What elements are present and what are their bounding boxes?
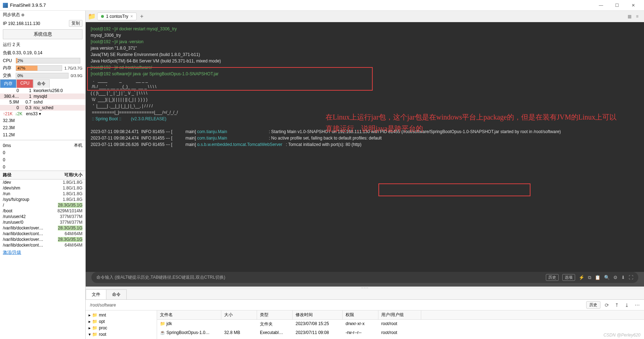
cpu-bar: 2% [16,58,80,64]
path-history-button[interactable]: 历史 [586,301,600,309]
load-label: 负载 0.33, 0.19, 0.14 [3,50,42,56]
latency-host: 本机 [74,142,82,148]
window-title: FinalShell 3.9.5.7 [10,2,593,8]
path-row[interactable]: /dev/shm1.8G/1.8G [0,185,85,191]
history-button[interactable]: 历史 [546,274,559,281]
latency-ms: 0ms [3,143,11,148]
path-list: /dev1.8G/1.8G/dev/shm1.8G/1.8G/run1.8G/1… [0,179,85,248]
folder-icon: 📁 [92,319,97,324]
ip-label: IP 192.168.111.130 [3,21,40,26]
mem-bar: 47% [16,65,62,71]
path-header: 路径 可用/大小 [0,171,85,179]
ip-row: IP 192.168.111.130 复制 [0,19,85,28]
path-row[interactable]: /var/lib/docker/over…28.3G/35.1G [0,225,85,231]
file-icon: ☕ [160,330,165,335]
command-bar: 命令输入 (按ALT键提示历史,TAB键路径,ESC键返回,双击CTRL切换) … [91,272,638,283]
net-down: ↓2K [15,111,22,116]
path-row[interactable]: /run1.8G/1.8G [0,191,85,197]
cpu-metric: CPU 2% [0,57,85,64]
file-row[interactable]: 📁 jdk文件夹2023/07/08 15:25drwxr-xr-xroot/r… [157,320,644,329]
gear-icon[interactable]: ⚙ [613,275,618,280]
path-row[interactable]: /var/lib/docker/over…28.3G/35.1G [0,237,85,242]
path-row[interactable]: /28.3G/35.1G [0,202,85,208]
session-tab-label: 1 contosTry [106,14,128,19]
tab-close-icon[interactable]: × [130,14,133,19]
watermark: CSDN @Perley620 [603,333,640,338]
mem-metric: 内存 47% 1.7G/3.7G [0,64,85,72]
breadcrumb[interactable]: /root/software [89,302,583,308]
net-iface[interactable]: ens33 ▾ [26,111,41,116]
tab-cpu[interactable]: CPU [16,79,33,88]
file-pathbar: /root/software 历史 ⟳ ⤒ ⤓ ⋯ [86,300,644,310]
bottom-panel: 文件 命令 /root/software 历史 ⟳ ⤒ ⤓ ⋯ ▸📁mnt ▸📁… [86,289,644,339]
add-tab-button[interactable]: + [138,13,145,20]
sidebar: 同步状态 IP 192.168.111.130 复制 系统信息 运行 2 天 负… [0,11,86,339]
folder-icon[interactable]: 📁 [88,13,96,20]
path-row[interactable]: /boot829M/1014M [0,208,85,214]
folder-icon: 📁 [92,332,97,337]
file-list-header: 文件名 大小 类型 修改时间 权限 用户/用户组 [157,310,644,320]
search-icon[interactable]: 🔍 [604,275,610,280]
bottom-tab-cmd[interactable]: 命令 [106,289,127,299]
uptime-label: 运行 2 天 [3,42,20,48]
bottom-tab-file[interactable]: 文件 [86,289,106,299]
file-list: 文件名 大小 类型 修改时间 权限 用户/用户组 📁 jdk文件夹2023/07… [157,310,644,339]
download-icon[interactable]: ⬇ [621,275,625,280]
latency-row: 0ms 本机 [0,142,85,149]
status-dot-icon [101,15,104,18]
tree-item: ▸📁opt [87,318,155,325]
app-logo-icon [3,3,8,8]
close-button[interactable]: ✕ [625,0,641,10]
process-tabs: 内存 CPU 命令 [0,79,85,88]
upload-icon[interactable]: ⤒ [613,302,620,308]
swap-label: 交换 [3,72,16,79]
folder-icon: 📁 [92,313,97,318]
refresh-icon[interactable]: ⟳ [603,302,610,308]
fullscreen-icon[interactable]: ⛶ [629,275,633,280]
tab-mem[interactable]: 内存 [0,79,16,88]
system-info-button[interactable]: 系统信息 [3,29,82,39]
tab-cmd[interactable]: 命令 [33,79,50,88]
tree-item: ▾📁root [87,331,155,338]
highlight-box [378,183,530,196]
path-row[interactable]: /run/user/0377M/377M [0,219,85,225]
path-row[interactable]: /sys/fs/cgroup1.8G/1.8G [0,197,85,202]
maximize-button[interactable]: ☐ [609,0,625,10]
tree-item: ▸📁proc [87,325,155,331]
path-row[interactable]: /var/lib/docker/cont…64M/64M [0,242,85,248]
copy-icon[interactable]: ⧉ [588,275,591,280]
swap-bar: 0% [16,73,69,79]
options-button[interactable]: 选项 [562,274,575,281]
path-row[interactable]: /run/user/42377M/377M [0,214,85,219]
folder-icon: 📁 [92,325,97,330]
activate-link[interactable]: 激活/升级 [0,248,85,257]
mem-label: 内存 [3,65,16,71]
session-tabbar: 📁 1 contosTry × + ▦ ≡ [86,11,644,22]
net-row: ↑21K ↓2K ens33 ▾ [0,111,85,117]
net-up: ↑21K [3,111,12,116]
terminal[interactable]: [root@192 ~]# docker restart mysql_3306_… [86,22,644,272]
file-icon: 📁 [160,321,165,326]
path-row[interactable]: /var/lib/docker/cont…64M/64M [0,231,85,237]
command-input[interactable]: 命令输入 (按ALT键提示历史,TAB键路径,ESC键返回,双击CTRL切换) [96,274,542,280]
process-table: 01kworker/u256:0 380.4…1mysqld 5.9M0.7ss… [0,88,85,111]
swap-value: 0/3.9G [71,74,82,78]
folder-tree[interactable]: ▸📁mnt ▸📁opt ▸📁proc ▾📁root [86,310,157,339]
copy-button[interactable]: 复制 [69,20,82,27]
download-file-icon[interactable]: ⤓ [623,302,630,308]
grid-icon[interactable]: ▦ [626,13,633,20]
list-icon[interactable]: ≡ [634,13,640,20]
session-tab[interactable]: 1 contosTry × [97,12,137,20]
sync-status-row: 同步状态 [0,11,85,19]
more-icon[interactable]: ⋯ [633,302,641,308]
drag-handle[interactable]: ┄┄┄ [86,287,644,289]
minimize-button[interactable]: — [593,0,609,10]
sync-status-label: 同步状态 [3,12,20,18]
annotation-text: 在Linux上运行jar包，这个jar包是在windows平台上package的… [326,111,618,134]
sync-dot-icon [21,14,24,16]
path-row[interactable]: /dev1.8G/1.8G [0,179,85,185]
file-row[interactable]: ☕ SpringBootOpus-1.0…32.8 MBExecutabl…20… [157,329,644,337]
mem-value: 1.7G/3.7G [64,66,82,70]
bolt-icon[interactable]: ⚡ [579,275,584,280]
paste-icon[interactable]: 📋 [595,275,600,280]
